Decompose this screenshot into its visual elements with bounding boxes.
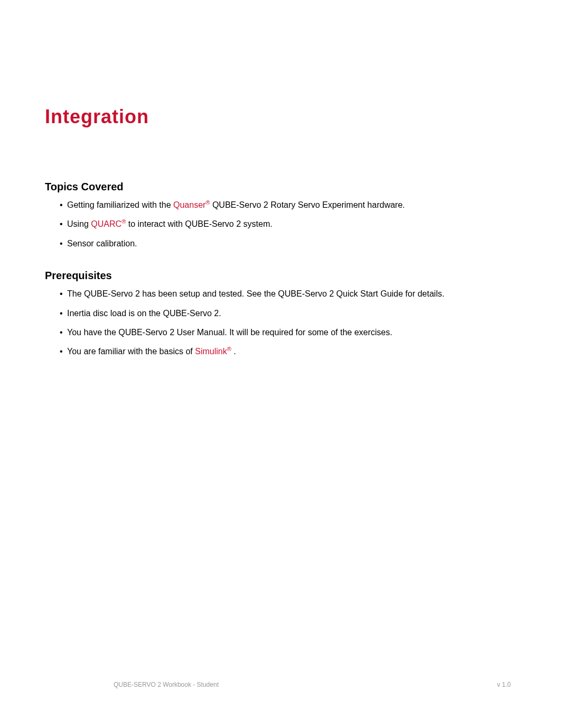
item-text-suffix: to interact with QUBE-Servo 2 system. — [126, 219, 272, 228]
item-text: Using — [67, 219, 91, 228]
footer-version: v 1.0 — [497, 681, 511, 688]
item-text-suffix: QUBE-Servo 2 Rotary Servo Experiment har… — [210, 200, 405, 209]
prerequisites-heading: Prerequisites — [45, 270, 516, 282]
list-item: Sensor calibration. — [60, 238, 516, 250]
item-text: You are familiar with the basics of — [67, 347, 195, 356]
item-text: You have the QUBE-Servo 2 User Manual. I… — [67, 328, 392, 337]
topics-heading: Topics Covered — [45, 181, 516, 193]
list-item: Inertia disc load is on the QUBE-Servo 2… — [60, 308, 516, 319]
quanser-link[interactable]: Quanser — [173, 200, 205, 209]
document-page: Integration Topics Covered Getting famil… — [0, 0, 561, 358]
list-item: You are familiar with the basics of Simu… — [60, 346, 516, 357]
item-text: The QUBE-Servo 2 has been setup and test… — [67, 289, 444, 298]
item-text: Getting familiarized with the — [67, 200, 173, 209]
item-text: Sensor calibration. — [67, 239, 137, 248]
quarc-link[interactable]: QUARC — [91, 219, 121, 228]
page-footer: QUBE-SERVO 2 Workbook - Student v 1.0 — [0, 681, 561, 688]
page-title: Integration — [45, 106, 516, 128]
topics-list: Getting familiarized with the Quanser® Q… — [60, 199, 516, 250]
list-item: The QUBE-Servo 2 has been setup and test… — [60, 288, 516, 300]
item-text-suffix: . — [231, 347, 236, 356]
registered-mark: ® — [227, 346, 231, 352]
list-item: You have the QUBE-Servo 2 User Manual. I… — [60, 327, 516, 338]
item-text: Inertia disc load is on the QUBE-Servo 2… — [67, 309, 221, 318]
prerequisites-list: The QUBE-Servo 2 has been setup and test… — [60, 288, 516, 358]
list-item: Getting familiarized with the Quanser® Q… — [60, 199, 516, 211]
list-item: Using QUARC® to interact with QUBE-Servo… — [60, 218, 516, 230]
footer-workbook-title: QUBE-SERVO 2 Workbook - Student — [114, 681, 219, 688]
simulink-link[interactable]: Simulink — [195, 347, 227, 356]
